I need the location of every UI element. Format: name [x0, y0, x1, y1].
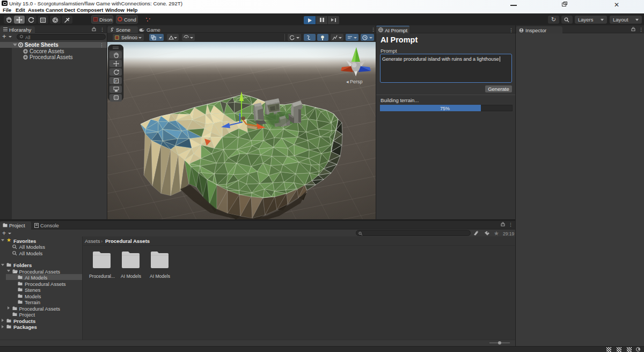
svg-text:P: P	[115, 80, 117, 83]
